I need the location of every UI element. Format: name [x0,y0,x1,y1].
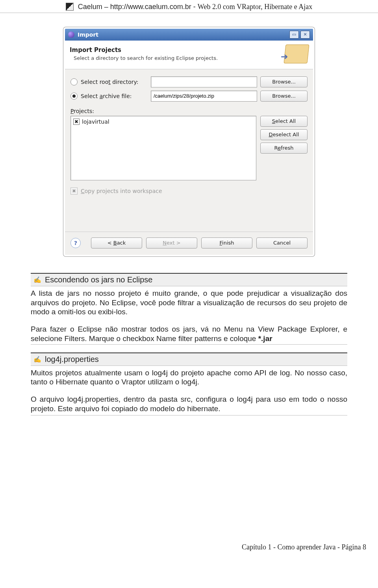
deselect-all-button[interactable]: Deselect All [260,129,308,140]
caelum-logo-icon [66,3,74,11]
project-checkbox[interactable]: ✖ [73,119,80,125]
article-body: ✍ Escondendo os jars no Eclipse A lista … [0,273,378,415]
minimize-icon[interactable]: ▭ [289,31,299,39]
note-title: log4j.properties [45,355,99,364]
browse-archive-button[interactable]: Browse... [260,91,308,102]
page-header: Caelum – http://www.caelum.com.br - Web … [0,0,378,13]
projects-area: ✖ lojavirtual Select All Deselect All Re… [70,116,308,180]
copy-checkbox: ✖ [70,187,78,195]
wizard-screenshot: Import ▭ ✕ Import Projects Select a dire… [0,13,378,268]
refresh-button[interactable]: Refresh [260,143,308,154]
hand-icon: ✍ [33,275,42,284]
root-directory-row: Select root directory: Browse... [70,76,308,87]
footer-text: Capítulo 1 - Como aprender Java - Página… [242,543,366,551]
archive-file-radio[interactable] [70,93,78,100]
help-icon[interactable]: ? [70,238,81,248]
archive-file-label[interactable]: Select archive file: [81,93,148,99]
paragraph: Muitos projetos atualmente usam o log4j … [31,368,347,387]
back-button[interactable]: < Back [91,237,142,249]
note-box-log4j: ✍ log4j.properties [31,352,347,366]
wizard-footer: ? < Back Next > Finish Cancel [65,232,313,255]
list-item[interactable]: ✖ lojavirtual [73,119,254,125]
header-title: Web 2.0 com VRaptor, Hibernate e Ajax [198,3,312,11]
root-directory-input[interactable] [151,76,257,87]
page-footer: Capítulo 1 - Como aprender Java - Página… [0,542,378,558]
projects-list[interactable]: ✖ lojavirtual [70,116,256,180]
hand-icon: ✍ [33,355,42,364]
window-titlebar[interactable]: Import ▭ ✕ [65,29,313,41]
root-directory-radio[interactable] [70,78,78,85]
cancel-button[interactable]: Cancel [256,237,308,249]
wizard-banner: Import Projects Select a directory to se… [65,41,313,69]
import-folder-icon: ➔ [285,45,308,63]
copy-label: Copy projects into workspace [81,188,162,194]
projects-label: Projects: [70,108,308,114]
root-directory-label[interactable]: Select root directory: [81,79,148,85]
note-title: Escondendo os jars no Eclipse [45,275,153,284]
paragraph: Para fazer o Eclipse não mostrar todos o… [31,325,347,345]
header-prefix: Caelum – http://www.caelum.com.br - [78,3,198,11]
finish-button[interactable]: Finish [201,237,252,249]
page-header-text: Caelum – http://www.caelum.com.br - Web … [78,3,313,11]
archive-file-row: Select archive file: Browse... [70,91,308,102]
next-button: Next > [146,237,197,249]
select-all-button[interactable]: Select All [260,116,308,127]
paragraph: O arquivo log4j.properties, dentro da pa… [31,395,347,415]
browse-root-button[interactable]: Browse... [260,76,308,87]
wizard-body: Select root directory: Browse... Select … [65,69,313,232]
close-icon[interactable]: ✕ [300,31,310,39]
wizard-banner-heading: Import Projects [70,46,285,54]
paragraph: A lista de jars no nosso projeto é muito… [31,289,347,317]
archive-file-input[interactable] [151,91,257,102]
note-box-jars: ✍ Escondendo os jars no Eclipse [31,273,347,286]
copy-into-workspace-row: ✖ Copy projects into workspace [70,187,308,195]
window-title: Import [78,32,98,38]
project-name: lojavirtual [82,119,109,125]
eclipse-icon [68,32,74,38]
wizard-banner-subtitle: Select a directory to search for existin… [70,55,285,61]
import-wizard-window: Import ▭ ✕ Import Projects Select a dire… [63,27,315,256]
